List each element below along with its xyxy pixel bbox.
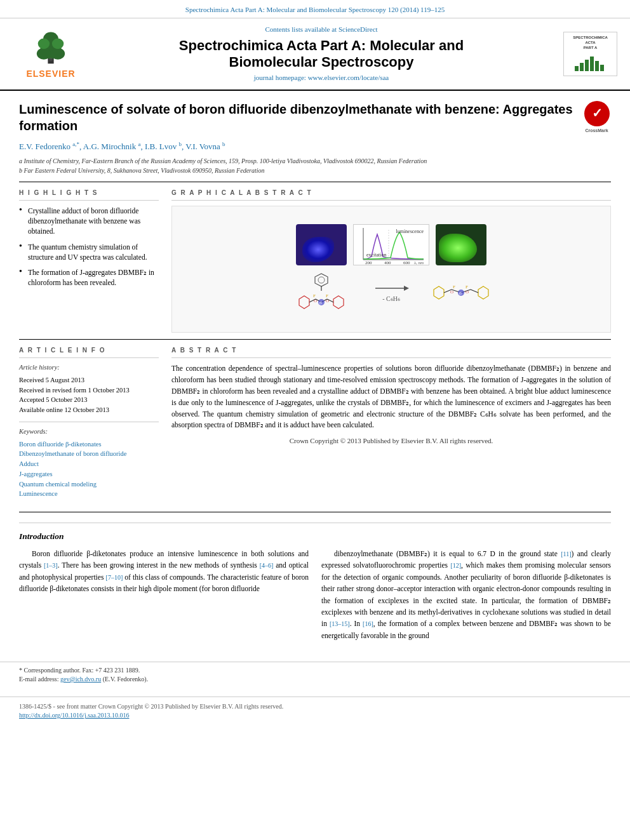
svg-text:F: F bbox=[453, 284, 455, 290]
ga-blue-crystal bbox=[296, 224, 347, 265]
intro-title: Introduction bbox=[19, 531, 611, 543]
author-mirochnik[interactable]: A.G. Mirochnik bbox=[83, 142, 136, 151]
svg-text:200: 200 bbox=[365, 260, 372, 265]
ref-4-6[interactable]: [4–6] bbox=[260, 562, 274, 569]
keywords-label: Keywords: bbox=[19, 427, 159, 437]
crossmark-label: CrossMark bbox=[585, 128, 608, 133]
affiliation-b: b Far Eastern Federal University, 8, Suk… bbox=[19, 166, 611, 175]
accepted-date: Accepted 5 October 2013 bbox=[19, 395, 159, 405]
page-wrapper: Spectrochimica Acta Part A: Molecular an… bbox=[0, 0, 630, 725]
crossmark-badge: ✓ CrossMark bbox=[582, 101, 611, 130]
elsevier-logo: ELSEVIER bbox=[13, 27, 89, 81]
keyword-3[interactable]: Adduct bbox=[19, 459, 159, 469]
svg-rect-8 bbox=[575, 66, 579, 71]
authors-line: E.V. Fedorenko a,*, A.G. Mirochnik a, I.… bbox=[19, 140, 611, 153]
abstract-text: The concentration dependence of spectral… bbox=[171, 363, 611, 431]
intro-col-left: Boron difluoride β-diketonates produce a… bbox=[19, 548, 309, 645]
svg-point-3 bbox=[51, 48, 65, 59]
svg-marker-39 bbox=[404, 286, 409, 291]
journal-title: Spectrochimica Acta Part A: Molecular an… bbox=[95, 37, 547, 71]
svg-rect-10 bbox=[585, 60, 589, 71]
crossmark-icon: ✓ bbox=[584, 101, 610, 126]
email-label-text: E-mail address: bbox=[19, 676, 58, 683]
email-link[interactable]: gev@ich.dvo.ru bbox=[60, 676, 101, 683]
sciencedirect-link[interactable]: ScienceDirect bbox=[338, 25, 378, 33]
excitation-label: excitation bbox=[366, 251, 387, 258]
svg-text:O: O bbox=[466, 290, 469, 295]
svg-text:✓: ✓ bbox=[591, 106, 602, 120]
svg-text:B: B bbox=[459, 291, 462, 295]
svg-marker-26 bbox=[299, 296, 309, 309]
svg-text:B: B bbox=[319, 301, 322, 305]
journal-citation-link[interactable]: Spectrochimica Acta Part A: Molecular an… bbox=[185, 6, 445, 13]
contents-text: Contents lists available at bbox=[265, 25, 337, 33]
svg-rect-9 bbox=[580, 63, 584, 71]
svg-marker-41 bbox=[478, 286, 488, 299]
journal-logo-text: SPECTROCHIMICAACTAPART A bbox=[573, 36, 608, 50]
article-content: Luminescence of solvate of boron difluor… bbox=[0, 91, 630, 655]
svg-point-7 bbox=[49, 58, 53, 62]
article-title-text: Luminescence of solvate of boron difluor… bbox=[19, 102, 573, 133]
highlight-item-1: Crystalline adduct of boron difluoride d… bbox=[19, 206, 159, 236]
journal-logo-box: SPECTROCHIMICAACTAPART A bbox=[563, 32, 617, 76]
svg-point-24 bbox=[318, 277, 325, 283]
elsevier-brand-text: ELSEVIER bbox=[26, 68, 75, 81]
luminescence-label: luminescence bbox=[396, 228, 424, 235]
journal-logo-bars-icon bbox=[572, 53, 610, 72]
ga-molecule-1: B F F O O bbox=[280, 270, 363, 315]
svg-rect-13 bbox=[600, 65, 604, 71]
keyword-4[interactable]: J-aggregates bbox=[19, 469, 159, 479]
ref-11[interactable]: [11] bbox=[561, 550, 571, 557]
svg-rect-11 bbox=[590, 57, 594, 71]
ref-12[interactable]: [12] bbox=[450, 562, 461, 569]
ga-arrow-label: - C₆H₆ bbox=[382, 295, 400, 303]
ga-molecule-2: B F F O O bbox=[420, 270, 502, 315]
copyright-line: Crown Copyright © 2013 Published by Else… bbox=[171, 436, 611, 446]
abstract-col: A B S T R A C T The concentration depend… bbox=[171, 346, 611, 505]
keyword-5[interactable]: Quantum chemical modeling bbox=[19, 479, 159, 490]
ref-13-15[interactable]: [13–15] bbox=[330, 620, 350, 627]
highlight-item-3: The formation of J-aggregates DBMBF₂ in … bbox=[19, 267, 159, 288]
article-info-col: A R T I C L E I N F O Article history: R… bbox=[19, 346, 159, 505]
ref-7-10[interactable]: [7–10] bbox=[106, 574, 123, 581]
abstract-heading: A B S T R A C T bbox=[171, 346, 611, 358]
journal-header-center: Contents lists available at ScienceDirec… bbox=[95, 25, 547, 83]
footnote-email: E-mail address: gev@ich.dvo.ru (E.V. Fed… bbox=[19, 675, 611, 684]
journal-homepage: journal homepage: www.elsevier.com/locat… bbox=[95, 73, 547, 83]
author-lvov[interactable]: I.B. Lvov bbox=[145, 142, 177, 151]
ref-1-3[interactable]: [1–3] bbox=[44, 562, 58, 569]
ga-molecule-2-svg: B F F O O bbox=[420, 270, 502, 315]
article-info-heading: A R T I C L E I N F O bbox=[19, 346, 159, 358]
keyword-6[interactable]: Luminescence bbox=[19, 489, 159, 499]
svg-line-45 bbox=[471, 290, 478, 293]
svg-text:F: F bbox=[326, 293, 328, 298]
svg-point-2 bbox=[37, 48, 51, 59]
graphical-abstract-heading: G R A P H I C A L A B S T R A C T bbox=[171, 189, 611, 201]
svg-text:λ, nm: λ, nm bbox=[413, 260, 424, 265]
svg-text:O: O bbox=[450, 290, 453, 295]
article-info-abstract-section: A R T I C L E I N F O Article history: R… bbox=[19, 346, 611, 505]
keyword-2[interactable]: Dibenzoylmethanate of boron difluoride bbox=[19, 449, 159, 459]
footnotes: * Corresponding author. Fax: +7 423 231 … bbox=[0, 662, 630, 684]
ref-16[interactable]: [16] bbox=[363, 620, 373, 627]
highlights-col: H I G H L I G H T S Crystalline adduct o… bbox=[19, 189, 159, 333]
available-date: Available online 12 October 2013 bbox=[19, 405, 159, 415]
divider-3 bbox=[19, 512, 611, 512]
keywords-list: Boron difluoride β-diketonates Dibenzoyl… bbox=[19, 439, 159, 500]
doi-link[interactable]: http://dx.doi.org/10.1016/j.saa.2013.10.… bbox=[19, 712, 129, 719]
svg-rect-12 bbox=[595, 61, 599, 71]
divider-1 bbox=[19, 182, 611, 182]
elsevier-tree-icon bbox=[25, 27, 76, 65]
issn-text: 1386-1425/$ - see front matter Crown Cop… bbox=[19, 703, 283, 710]
highlight-item-2: The quantum chemistry simulation of stru… bbox=[19, 242, 159, 262]
keywords-block: Keywords: Boron difluoride β-diketonates… bbox=[19, 427, 159, 499]
svg-text:O: O bbox=[314, 298, 317, 303]
homepage-text: journal homepage: www.elsevier.com/locat… bbox=[254, 74, 389, 81]
author-vovna[interactable]: V.I. Vovna bbox=[185, 142, 220, 151]
keyword-1[interactable]: Boron difluoride β-diketonates bbox=[19, 439, 159, 450]
graphical-abstract-box: excitation luminescence bbox=[171, 206, 611, 333]
svg-point-6 bbox=[52, 39, 64, 50]
author-fedorenko[interactable]: E.V. Fedorenko bbox=[19, 142, 70, 151]
ga-green-crystal bbox=[436, 224, 486, 265]
intro-para-right: dibenzoylmethanate (DBMBF₂) it is equal … bbox=[321, 548, 611, 641]
